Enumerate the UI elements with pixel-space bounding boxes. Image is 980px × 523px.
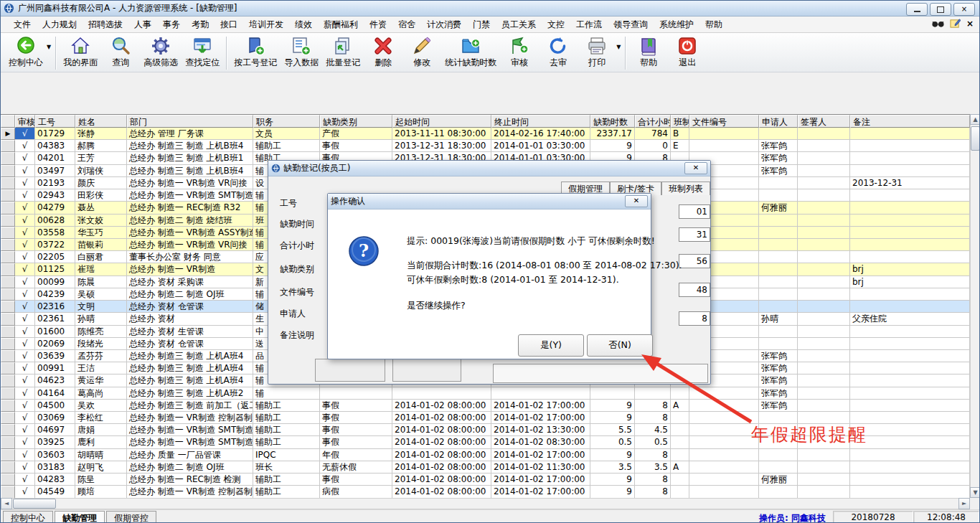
dialog-tab-2[interactable]: 班制列表	[661, 182, 710, 195]
cell-审核[interactable]: √	[15, 449, 35, 461]
cell-签署人[interactable]	[798, 140, 850, 152]
cell-姓名[interactable]: 王芳	[75, 152, 127, 164]
cell-审核[interactable]: √	[15, 251, 35, 263]
cell-签署人[interactable]	[798, 263, 850, 275]
cell-申请人[interactable]	[759, 189, 798, 202]
cell-终止时间[interactable]: 2014-02-16 17:40:00	[491, 128, 590, 140]
cell-申请人[interactable]	[759, 301, 798, 313]
cell-部门[interactable]: 总经办 制造二 制造 烧结班	[127, 215, 253, 227]
cell-职务[interactable]: 辅助工	[253, 473, 320, 486]
cell-签署人[interactable]	[798, 313, 850, 325]
cell-班制[interactable]: A	[671, 461, 689, 473]
cell-起始时间[interactable]: 2014-01-02 08:00:00	[392, 424, 491, 436]
cell-审核[interactable]: √	[15, 350, 35, 362]
module-tab-假期管控[interactable]: 假期管控	[106, 511, 156, 523]
cell-审核[interactable]: √	[15, 288, 35, 301]
menu-item-8[interactable]: 绩效	[289, 17, 318, 33]
cell-姓名[interactable]: 赵明飞	[75, 461, 127, 473]
cell-工号[interactable]: 00628	[35, 215, 75, 227]
cell-职务[interactable]: 辅助工	[253, 424, 320, 436]
cell-部门[interactable]: 总经办 资材 生管课	[127, 326, 253, 338]
cell-终止时间[interactable]: 2014-01-02 17:00:00	[491, 486, 590, 498]
cell-部门[interactable]: 总经办 制造三 制造 前加工（返工	[127, 400, 253, 412]
cell-申请人[interactable]	[759, 128, 798, 140]
toolbar-button-3[interactable]: 查询	[101, 35, 140, 70]
menu-item-1[interactable]: 人力规划	[37, 17, 83, 33]
cell-备注[interactable]	[850, 486, 970, 498]
no-button[interactable]: 否(N)	[587, 334, 653, 357]
row-selector[interactable]	[1, 461, 15, 473]
hidden-button[interactable]	[392, 359, 461, 382]
cell-审核[interactable]: √	[15, 436, 35, 448]
column-header-3[interactable]: 部门	[127, 115, 253, 128]
row-selector[interactable]	[1, 326, 15, 338]
column-header-12[interactable]: 申请人	[759, 115, 798, 128]
cell-申请人[interactable]: 张军鸽	[759, 140, 798, 152]
cell-审核[interactable]: √	[15, 189, 35, 202]
cell-职务[interactable]: 辅助工	[253, 436, 320, 448]
cell-姓名[interactable]: 郝腾	[75, 140, 127, 152]
cell-申请人[interactable]: 孙晴	[759, 313, 798, 325]
cell-合计小时[interactable]: 0	[635, 140, 671, 152]
toolbar-button-14[interactable]: 去审	[539, 35, 578, 70]
cell-备注[interactable]	[850, 436, 970, 448]
cell-姓名[interactable]: 李松红	[75, 412, 127, 424]
cell-申请人[interactable]	[759, 263, 798, 275]
row-selector[interactable]	[1, 412, 15, 424]
cell-工号[interactable]: 04549	[35, 486, 75, 498]
toolbar-button-5[interactable]: 查找定位	[182, 35, 223, 70]
cell-备注[interactable]: 父亲住院	[850, 313, 970, 325]
cell-合计小时[interactable]: 784	[635, 128, 671, 140]
cell-申请人[interactable]: 张军鸽	[759, 387, 798, 400]
cell-部门[interactable]: 总经办 制造一 REC制造 R32	[127, 202, 253, 214]
cell-姓名[interactable]: 鹿利	[75, 436, 127, 448]
row-selector[interactable]	[1, 338, 15, 350]
cell-工号[interactable]: 03639	[35, 350, 75, 362]
cell-工号[interactable]: 04201	[35, 152, 75, 164]
cell-工号[interactable]: 02205	[35, 251, 75, 263]
cell-申请人[interactable]: 张军鸽	[759, 400, 798, 412]
cell-工号[interactable]: 01729	[35, 128, 75, 140]
cell-审核[interactable]: √	[15, 461, 35, 473]
cell-姓名[interactable]: 唐娟	[75, 424, 127, 436]
cell-姓名[interactable]: 陈呈	[75, 473, 127, 486]
toolbar-button-15[interactable]: 打印	[578, 35, 616, 70]
horizontal-scrollbar[interactable]	[1, 498, 970, 509]
cell-工号[interactable]: 04697	[35, 424, 75, 436]
cell-审核[interactable]: √	[15, 165, 35, 177]
table-row[interactable]: ▶√01729张静总经办 管理 厂务课文员产假2013-11-11 08:30:…	[1, 128, 970, 140]
cell-工号[interactable]: 01125	[35, 263, 75, 275]
table-row[interactable]: √04283陈呈总经办 制造一 REC制造 检测辅助工事假2014-01-02 …	[1, 473, 970, 486]
menu-item-15[interactable]: 文控	[542, 17, 570, 33]
cell-审核[interactable]: √	[15, 326, 35, 338]
cell-部门[interactable]: 总经办 制造三 制造 上机A班4	[127, 350, 253, 362]
cell-备注[interactable]	[850, 251, 970, 263]
cell-职务[interactable]: 辅助工	[253, 400, 320, 412]
cell-部门[interactable]: 总经办 制造三 制造 上机B班4	[127, 165, 253, 177]
column-header-13[interactable]: 签署人	[798, 115, 850, 128]
vertical-scroll-thumb[interactable]	[971, 126, 980, 151]
cell-终止时间[interactable]: 2014-01-02 17:00:00	[491, 449, 590, 461]
cell-文件编号[interactable]	[689, 424, 759, 436]
menu-item-9[interactable]: 薪酬福利	[318, 17, 364, 33]
cell-签署人[interactable]	[798, 473, 850, 486]
table-row[interactable]: √04549顾培总经办 制造一 VR制造 控制器制造辅助工病假2014-01-0…	[1, 486, 970, 498]
cell-文件编号[interactable]	[689, 449, 759, 461]
cell-签署人[interactable]	[798, 128, 850, 140]
menu-item-14[interactable]: 员工关系	[496, 17, 542, 33]
cell-缺勤类别[interactable]: 无薪休假	[320, 461, 392, 473]
cell-缺勤时数[interactable]: 0.5	[590, 436, 635, 448]
row-selector[interactable]	[1, 202, 15, 214]
cell-申请人[interactable]: 何雅丽	[759, 473, 798, 486]
cell-审核[interactable]: √	[15, 152, 35, 164]
dialog-close-button[interactable]: ✕	[684, 162, 707, 174]
cell-姓名[interactable]: 吴欢	[75, 400, 127, 412]
horizontal-scroll-thumb[interactable]	[13, 499, 56, 509]
cell-备注[interactable]	[850, 473, 970, 486]
cell-部门[interactable]: 总经办 资材 仓管课	[127, 338, 253, 350]
cell-审核[interactable]: √	[15, 239, 35, 251]
scroll-left-button[interactable]: ◄	[1, 498, 12, 509]
cell-姓名[interactable]: 王洁	[75, 362, 127, 374]
cell-部门[interactable]: 总经办 资材 采购课	[127, 276, 253, 288]
cell-申请人[interactable]	[759, 326, 798, 338]
